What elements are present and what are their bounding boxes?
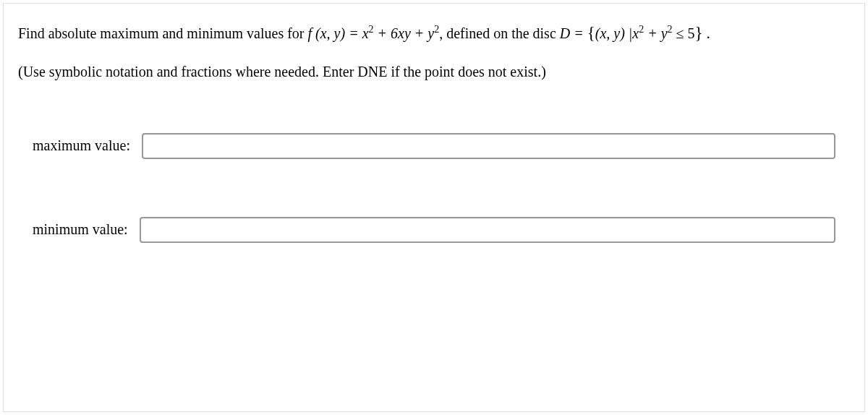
min-label: minimum value: bbox=[33, 221, 128, 238]
exp-4: 2 bbox=[668, 24, 673, 35]
func-head: f (x, y) = x bbox=[308, 25, 369, 41]
question-prefix: Find absolute maximum and minimum values… bbox=[18, 25, 308, 41]
max-label: maximum value: bbox=[33, 137, 130, 154]
period: . bbox=[703, 25, 710, 41]
max-input[interactable] bbox=[142, 133, 835, 159]
set-tail: ≤ 5 bbox=[673, 25, 695, 41]
min-row: minimum value: bbox=[18, 217, 850, 243]
set-mid: + y bbox=[644, 25, 667, 41]
exp-1: 2 bbox=[369, 24, 374, 35]
question-text: Find absolute maximum and minimum values… bbox=[18, 21, 850, 46]
set-open: { bbox=[587, 24, 595, 42]
instruction-text: (Use symbolic notation and fractions whe… bbox=[18, 61, 850, 82]
question-container: Find absolute maximum and minimum values… bbox=[3, 3, 865, 412]
disc-head: D = bbox=[560, 25, 587, 41]
func-mid: + 6xy + y bbox=[374, 25, 435, 41]
min-input[interactable] bbox=[140, 217, 835, 243]
set-body: (x, y) |x bbox=[595, 25, 639, 41]
set-close: } bbox=[695, 24, 703, 42]
max-row: maximum value: bbox=[18, 133, 850, 159]
func-tail: , defined on the disc bbox=[439, 25, 560, 41]
